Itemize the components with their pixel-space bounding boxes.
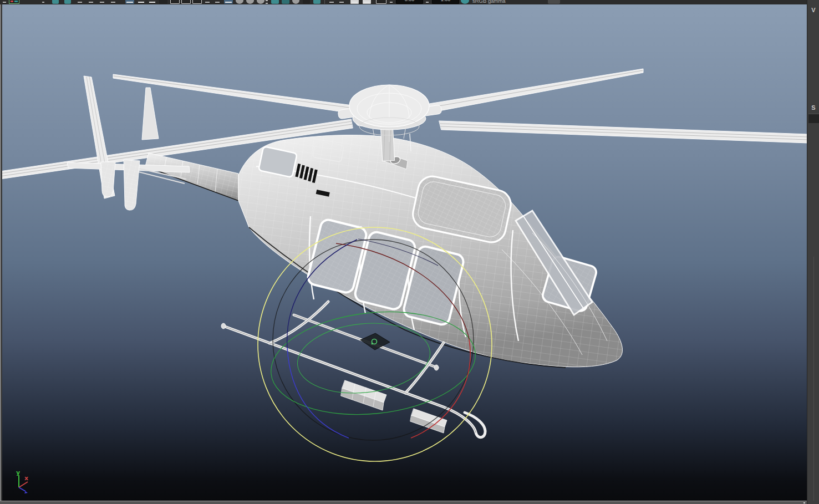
select-component-icon[interactable]	[77, 0, 83, 4]
shading-wire-icon[interactable]	[236, 0, 243, 4]
input-ops-icon[interactable]	[204, 0, 211, 4]
isolate-arrow2-icon[interactable]	[338, 0, 345, 4]
colorspace-label[interactable]: sRGB gamma	[472, 0, 514, 4]
window-left-border	[0, 4, 2, 501]
toolbar-separator	[324, 0, 325, 4]
scene-svg: y x	[2, 4, 807, 501]
axis-indicator: y x	[16, 469, 28, 493]
render-gray-icon[interactable]	[292, 0, 299, 4]
axis-x-label: x	[24, 475, 28, 482]
gamma-toggle-icon[interactable]	[425, 0, 430, 4]
panel-corner-icon[interactable]	[548, 0, 560, 4]
render-dark-icon[interactable]	[303, 0, 310, 4]
move-tool-icon[interactable]	[88, 0, 94, 4]
color-management-icon[interactable]	[461, 0, 469, 4]
axis-y-label: y	[16, 469, 20, 476]
layout-single-icon[interactable]	[181, 0, 191, 4]
exposure-toggle-icon[interactable]	[389, 0, 394, 4]
gamma-field[interactable]: 1.00	[432, 0, 459, 4]
snap-curve-icon[interactable]	[137, 0, 145, 4]
more-options-icon[interactable]	[266, 0, 268, 4]
vertical-fin	[142, 88, 159, 140]
right-side-panel[interactable]: V S	[807, 0, 819, 504]
3d-viewport[interactable]: y x	[2, 4, 807, 501]
image-plane2-icon[interactable]	[363, 0, 371, 4]
panel-label-s: S	[807, 104, 819, 111]
render-sphere2-icon[interactable]	[282, 0, 289, 4]
skid-step-2	[410, 409, 447, 433]
menu-stub-icon[interactable]	[2, 0, 7, 4]
panel-label-v: V	[807, 7, 819, 13]
layout-four-icon[interactable]	[192, 0, 202, 4]
panel-field[interactable]	[808, 114, 819, 123]
resize-grip[interactable]	[803, 502, 805, 503]
render-sphere-icon[interactable]	[271, 0, 279, 4]
panel-seam	[813, 257, 814, 501]
application-window: { "toolbar": { "exposure_value": "0.00",…	[0, 0, 819, 504]
tool-glyph-icon[interactable]	[41, 0, 45, 4]
snap-point-icon[interactable]	[148, 0, 156, 4]
shading-textured-icon[interactable]	[246, 0, 254, 4]
exposure-field[interactable]: 0.00	[396, 0, 423, 4]
make-live-icon[interactable]	[170, 0, 180, 4]
select-object-icon[interactable]	[64, 0, 71, 4]
helicopter-fuselage[interactable]	[238, 135, 622, 368]
window-bottom-bar	[0, 501, 807, 504]
shading-smooth-icon[interactable]	[224, 0, 233, 4]
shading-lights-icon[interactable]	[257, 0, 264, 4]
rotate-tool-icon[interactable]	[99, 0, 105, 4]
select-hierarchy-icon[interactable]	[52, 0, 59, 4]
output-ops-icon[interactable]	[214, 0, 221, 4]
snap-grid-icon[interactable]	[125, 0, 134, 4]
isolate-arrow-icon[interactable]	[328, 0, 335, 4]
frame-all-icon[interactable]	[376, 0, 386, 4]
image-plane-icon[interactable]	[350, 0, 359, 4]
selection-mask-icon[interactable]	[9, 0, 19, 4]
xray-icon[interactable]	[313, 0, 321, 4]
scale-tool-icon[interactable]	[110, 0, 116, 4]
snap-plane-icon[interactable]	[159, 0, 167, 4]
